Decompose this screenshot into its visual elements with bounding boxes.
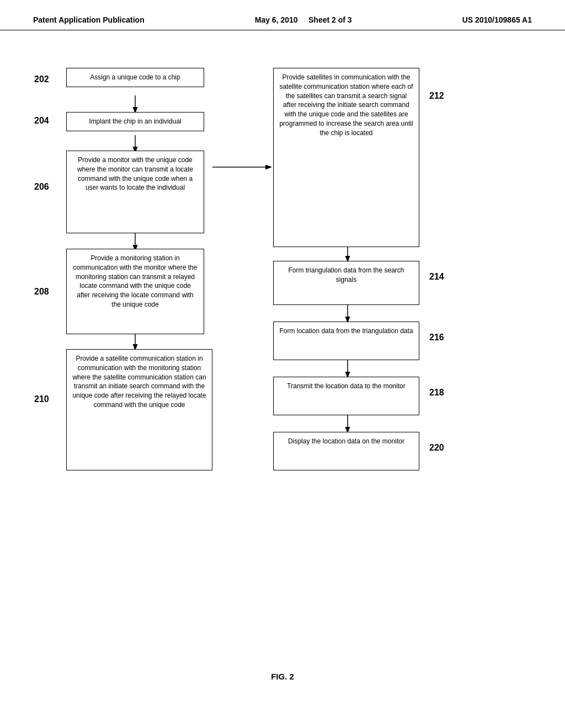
step-label-210: 210 xyxy=(34,394,49,404)
header-patent-number: US 2010/109865 A1 xyxy=(462,15,532,24)
header-date-sheet: May 6, 2010 Sheet 2 of 3 xyxy=(255,15,352,24)
header-date: May 6, 2010 xyxy=(255,15,298,24)
header-publication-label: Patent Application Publication xyxy=(33,15,145,24)
box-208: Provide a monitoring station in communic… xyxy=(66,249,204,334)
page-header: Patent Application Publication May 6, 20… xyxy=(0,0,565,30)
step-label-202: 202 xyxy=(34,74,49,84)
box-216: Form location data from the triangulatio… xyxy=(273,322,419,360)
step-label-220: 220 xyxy=(429,443,444,453)
step-label-214: 214 xyxy=(429,272,444,282)
box-206: Provide a monitor with the unique code w… xyxy=(66,151,204,233)
step-label-208: 208 xyxy=(34,287,49,297)
box-202: Assign a unique code to a chip xyxy=(66,68,204,87)
step-label-218: 218 xyxy=(429,388,444,398)
box-212: Provide satellites in communication with… xyxy=(273,68,419,247)
header-sheet: Sheet 2 of 3 xyxy=(308,15,352,24)
box-204: Implant the chip in an individual xyxy=(66,112,204,131)
figure-caption: FIG. 2 xyxy=(0,672,565,681)
step-label-206: 206 xyxy=(34,182,49,192)
diagram-area: 202 Assign a unique code to a chip 204 I… xyxy=(0,30,565,670)
box-220: Display the location data on the monitor xyxy=(273,432,419,470)
step-label-212: 212 xyxy=(429,91,444,101)
step-label-216: 216 xyxy=(429,333,444,342)
box-210: Provide a satellite communication statio… xyxy=(66,349,212,470)
box-214: Form triangulation data from the search … xyxy=(273,261,419,305)
step-label-204: 204 xyxy=(34,116,49,126)
box-218: Transmit the location data to the monito… xyxy=(273,377,419,415)
